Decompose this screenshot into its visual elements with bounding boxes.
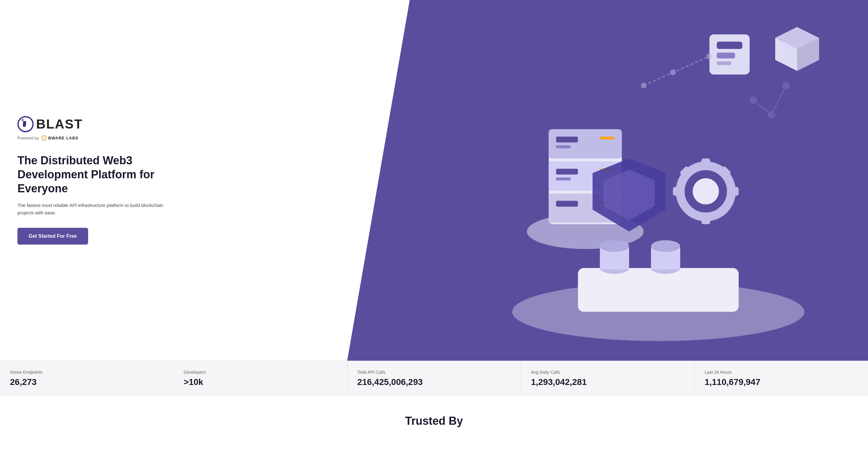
stat-item-4: Last 24 Hours1,110,679,947 bbox=[694, 361, 868, 396]
trusted-section: Trusted By bbox=[0, 396, 868, 446]
svg-rect-13 bbox=[556, 177, 571, 180]
stats-section: Active Endpoints26,273Developers>10kTota… bbox=[0, 361, 868, 396]
blast-logo-icon bbox=[18, 116, 34, 132]
cta-button[interactable]: Get Started For Free bbox=[18, 228, 88, 245]
powered-by-label: Powered by bbox=[18, 136, 39, 140]
svg-marker-5 bbox=[43, 136, 45, 139]
svg-point-22 bbox=[693, 178, 719, 204]
trusted-title: Trusted By bbox=[405, 414, 463, 428]
svg-rect-3 bbox=[22, 119, 23, 121]
hero-illustration bbox=[434, 0, 868, 361]
stat-label-4: Last 24 Hours bbox=[705, 370, 858, 375]
stat-value-1: >10k bbox=[184, 377, 337, 387]
svg-rect-23 bbox=[702, 158, 710, 169]
svg-rect-10 bbox=[556, 145, 571, 148]
stat-label-1: Developers bbox=[184, 370, 337, 375]
svg-point-2 bbox=[23, 124, 26, 127]
stat-item-0: Active Endpoints26,273 bbox=[0, 361, 174, 396]
svg-rect-46 bbox=[578, 268, 739, 312]
bware-name: BWARE LABS bbox=[48, 136, 79, 140]
stat-item-3: Avg Daily Calls1,293,042,281 bbox=[521, 361, 694, 396]
svg-rect-15 bbox=[556, 201, 578, 207]
bware-diamond-icon bbox=[41, 135, 47, 141]
stat-value-3: 1,293,042,281 bbox=[531, 377, 684, 387]
svg-line-33 bbox=[644, 56, 710, 86]
svg-point-34 bbox=[641, 83, 647, 88]
powered-by-area: Powered by BWARE LABS bbox=[18, 135, 416, 141]
stat-value-0: 26,273 bbox=[10, 377, 163, 387]
stat-value-4: 1,110,679,947 bbox=[705, 377, 858, 387]
stat-item-2: Total API Calls216,425,006,293 bbox=[347, 361, 521, 396]
svg-point-42 bbox=[782, 82, 789, 89]
svg-rect-31 bbox=[717, 53, 735, 59]
brand-name: BLAST bbox=[36, 117, 83, 132]
hero-headline: The Distributed Web3 Development Platfor… bbox=[18, 153, 179, 195]
bware-logo: BWARE LABS bbox=[41, 135, 79, 141]
isometric-illustration bbox=[446, 12, 856, 348]
hero-section: BLAST Powered by BWARE LABS The Distribu… bbox=[0, 0, 868, 361]
svg-line-44 bbox=[772, 86, 786, 115]
hero-subtext: The fastest most reliable API infrastruc… bbox=[18, 202, 167, 217]
svg-rect-30 bbox=[717, 42, 742, 49]
svg-point-36 bbox=[706, 53, 712, 59]
stat-item-1: Developers>10k bbox=[174, 361, 347, 396]
hero-content: BLAST Powered by BWARE LABS The Distribu… bbox=[0, 0, 434, 361]
svg-rect-12 bbox=[556, 169, 578, 175]
stat-label-3: Avg Daily Calls bbox=[531, 370, 684, 375]
svg-rect-32 bbox=[717, 61, 731, 65]
svg-point-35 bbox=[670, 69, 676, 75]
svg-rect-9 bbox=[556, 136, 578, 143]
logo-main: BLAST bbox=[18, 116, 416, 132]
svg-rect-24 bbox=[702, 214, 710, 224]
svg-point-49 bbox=[600, 240, 629, 252]
svg-point-52 bbox=[651, 240, 680, 252]
svg-rect-16 bbox=[600, 136, 615, 139]
stat-label-0: Active Endpoints bbox=[10, 370, 163, 375]
stat-value-2: 216,425,006,293 bbox=[358, 377, 511, 387]
logo-area: BLAST Powered by BWARE LABS bbox=[18, 116, 416, 141]
svg-rect-25 bbox=[673, 187, 683, 196]
svg-rect-26 bbox=[728, 187, 739, 196]
stat-label-2: Total API Calls bbox=[358, 370, 511, 375]
svg-line-43 bbox=[753, 100, 772, 115]
svg-rect-8 bbox=[549, 129, 622, 158]
